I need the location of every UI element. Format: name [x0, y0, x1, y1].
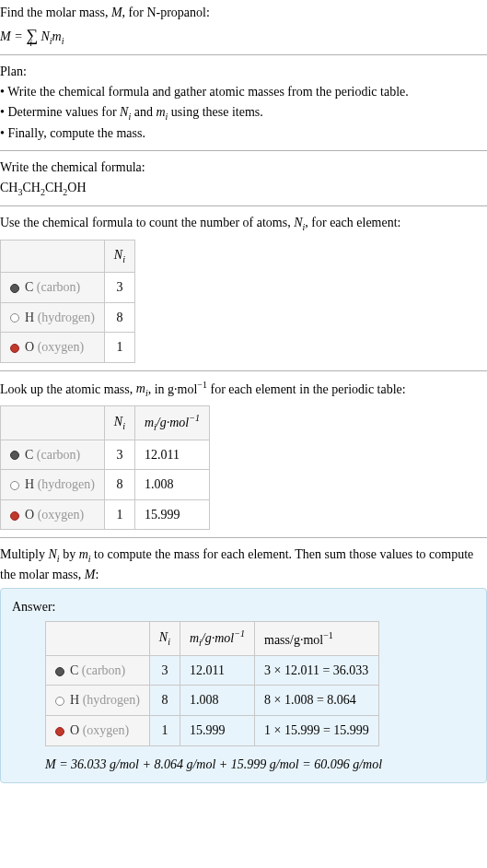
table-header-blank — [46, 622, 150, 655]
ni-value: 3 — [104, 272, 134, 302]
table-header-mi: mi/g·mol−1 — [180, 622, 254, 655]
elem-sym: C — [70, 663, 78, 677]
elem-name: (carbon) — [37, 280, 80, 294]
element-cell-h: H (hydrogen) — [1, 302, 105, 333]
mass-value: 1 × 15.999 = 15.999 — [255, 716, 379, 746]
table-row: C (carbon) 3 — [1, 272, 135, 302]
elem-name: (oxygen) — [83, 723, 130, 737]
elem-sym: C — [25, 280, 33, 294]
mi-value: 15.999 — [180, 716, 254, 746]
table-header-ni: Ni — [104, 406, 134, 440]
elem-sym: O — [25, 508, 34, 522]
answer-label: Answer: — [12, 598, 475, 616]
mass-value: 3 × 12.011 = 36.033 — [255, 655, 379, 686]
count-atoms-section: Use the chemical formula to count the nu… — [0, 206, 487, 370]
table-row: C (carbon) 3 12.011 — [1, 440, 210, 470]
intro-line: Find the molar mass, M, for N-propanol: — [0, 4, 487, 22]
intro-section: Find the molar mass, M, for N-propanol: … — [0, 0, 487, 55]
elem-name: (oxygen) — [38, 340, 85, 354]
oxygen-dot-icon — [55, 727, 64, 736]
step3-title: Look up the atomic mass, mi, in g·mol−1 … — [0, 379, 487, 400]
element-cell-c: C (carbon) — [46, 655, 150, 686]
mi-value: 15.999 — [134, 499, 209, 530]
oxygen-dot-icon — [10, 511, 19, 521]
ni-value: 3 — [149, 655, 180, 686]
ni-value: 1 — [149, 716, 180, 746]
elem-name: (hydrogen) — [38, 311, 95, 324]
answer-table: Ni mi/g·mol−1 mass/g·mol−1 C (carbon) 3 … — [45, 621, 379, 745]
carbon-dot-icon — [10, 451, 19, 460]
plan-title: Plan: — [0, 63, 487, 81]
elem-sym: O — [25, 340, 34, 354]
element-cell-c: C (carbon) — [1, 440, 105, 470]
atomic-mass-table: Ni mi/g·mol−1 C (carbon) 3 12.011 H (hyd… — [0, 405, 210, 530]
plan-item-2: • Determine values for Ni and mi using t… — [0, 103, 487, 123]
step4-title: Multiply Ni by mi to compute the mass fo… — [0, 545, 487, 583]
table-row: H (hydrogen) 8 1.008 8 × 1.008 = 8.064 — [46, 686, 379, 716]
table-row: H (hydrogen) 8 — [1, 302, 135, 333]
elem-name: (oxygen) — [38, 508, 85, 522]
chemical-formula: CH3CH2CH2OH — [0, 179, 487, 199]
table-header-mi: mi/g·mol−1 — [134, 406, 209, 440]
intro-formula: M = ∑i Nimi — [0, 24, 487, 48]
atomic-mass-section: Look up the atomic mass, mi, in g·mol−1 … — [0, 371, 487, 539]
plan-section: Plan: • Write the chemical formula and g… — [0, 55, 487, 151]
plan-item-3: • Finally, compute the mass. — [0, 124, 487, 143]
table-header-blank — [1, 406, 105, 440]
element-cell-o: O (oxygen) — [46, 716, 150, 746]
final-equation: M = 36.033 g/mol + 8.064 g/mol + 15.999 … — [45, 756, 475, 774]
table-row: O (oxygen) 1 — [1, 333, 135, 363]
elem-sym: C — [25, 448, 33, 462]
elem-name: (hydrogen) — [38, 477, 95, 491]
answer-box: Answer: Ni mi/g·mol−1 mass/g·mol−1 C (ca… — [0, 588, 487, 783]
mi-value: 1.008 — [180, 686, 254, 716]
mi-value: 1.008 — [134, 470, 209, 500]
elem-sym: O — [70, 723, 79, 737]
hydrogen-dot-icon — [10, 313, 19, 323]
mi-value: 12.011 — [180, 655, 254, 686]
mi-value: 12.011 — [134, 440, 209, 470]
ni-value: 3 — [104, 440, 134, 470]
table-header-mass: mass/g·mol−1 — [255, 622, 379, 655]
carbon-dot-icon — [10, 284, 19, 293]
elem-name: (carbon) — [82, 663, 125, 677]
mass-value: 8 × 1.008 = 8.064 — [255, 686, 379, 716]
element-cell-c: C (carbon) — [1, 272, 105, 302]
elem-name: (carbon) — [37, 448, 80, 462]
ni-value: 8 — [104, 470, 134, 500]
element-cell-o: O (oxygen) — [1, 333, 105, 363]
table-row: O (oxygen) 1 15.999 1 × 15.999 = 15.999 — [46, 716, 379, 746]
ni-value: 1 — [104, 499, 134, 530]
oxygen-dot-icon — [10, 344, 19, 353]
elem-name: (hydrogen) — [83, 693, 140, 707]
hydrogen-dot-icon — [55, 697, 64, 706]
atom-count-table: Ni C (carbon) 3 H (hydrogen) 8 O (oxygen… — [0, 240, 135, 363]
chemical-formula-section: Write the chemical formula: CH3CH2CH2OH — [0, 151, 487, 206]
final-section: Multiply Ni by mi to compute the mass fo… — [0, 538, 487, 791]
elem-sym: H — [25, 311, 34, 324]
table-row: H (hydrogen) 8 1.008 — [1, 470, 210, 500]
hydrogen-dot-icon — [10, 481, 19, 490]
plan-item-1: • Write the chemical formula and gather … — [0, 83, 487, 101]
step1-title: Write the chemical formula: — [0, 158, 487, 177]
table-row: O (oxygen) 1 15.999 — [1, 499, 210, 530]
carbon-dot-icon — [55, 667, 64, 676]
ni-value: 1 — [104, 333, 134, 363]
element-cell-h: H (hydrogen) — [46, 686, 150, 716]
element-cell-h: H (hydrogen) — [1, 470, 105, 500]
answer-content: Ni mi/g·mol−1 mass/g·mol−1 C (carbon) 3 … — [12, 621, 475, 773]
ni-value: 8 — [104, 302, 134, 333]
table-header-blank — [1, 240, 105, 273]
table-row: C (carbon) 3 12.011 3 × 12.011 = 36.033 — [46, 655, 379, 686]
table-header-ni: Ni — [149, 622, 180, 655]
element-cell-o: O (oxygen) — [1, 499, 105, 530]
step2-title: Use the chemical formula to count the nu… — [0, 214, 487, 234]
table-header-ni: Ni — [104, 240, 134, 273]
ni-value: 8 — [149, 686, 180, 716]
elem-sym: H — [25, 477, 34, 491]
elem-sym: H — [70, 693, 79, 707]
